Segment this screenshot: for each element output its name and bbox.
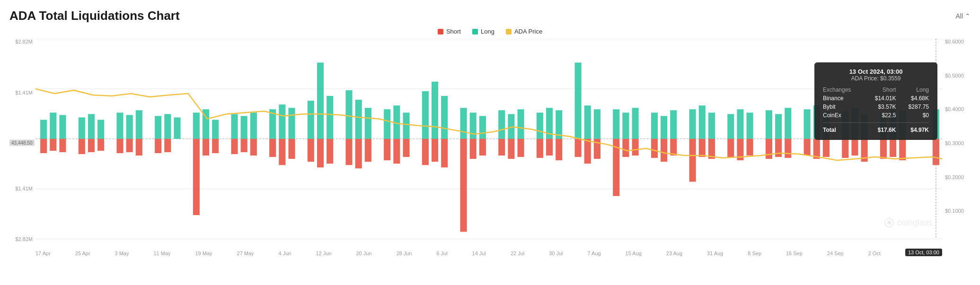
- svg-rect-76: [40, 139, 47, 153]
- chart-area: $2.82M $1.41M $1.41M $2.82M $0.6000 $0.5…: [9, 39, 971, 256]
- svg-rect-92: [250, 139, 257, 155]
- svg-rect-89: [212, 139, 219, 153]
- tooltip-total-long: $4.97K: [898, 126, 931, 134]
- svg-rect-32: [365, 108, 371, 139]
- svg-rect-118: [584, 139, 591, 164]
- x-label-8sep: 8 Sep: [748, 250, 761, 256]
- x-label-4jun: 4 Jun: [279, 250, 291, 256]
- x-label-11may: 11 May: [153, 250, 170, 256]
- x-label-30jul: 30 Jul: [549, 250, 563, 256]
- x-label-25apr: 25 Apr: [75, 250, 90, 256]
- all-button[interactable]: All ⌃: [955, 12, 971, 20]
- svg-rect-48: [575, 62, 582, 138]
- svg-rect-11: [97, 120, 104, 138]
- tooltip-bybit-short: $3.57K: [864, 103, 898, 111]
- x-label-16sep: 16 Sep: [786, 250, 803, 256]
- svg-rect-107: [422, 139, 429, 165]
- svg-rect-26: [288, 108, 295, 139]
- svg-rect-102: [384, 139, 390, 160]
- zero-line-label: 43,448.50: [9, 140, 35, 146]
- svg-rect-129: [727, 139, 734, 157]
- svg-rect-109: [441, 139, 448, 168]
- svg-rect-50: [594, 109, 600, 139]
- tooltip-exchange-bybit: Bybit: [821, 103, 864, 111]
- chart-container: ADA Total Liquidations Chart All ⌃ Short…: [0, 0, 980, 285]
- svg-rect-55: [661, 116, 667, 138]
- svg-rect-33: [384, 109, 390, 139]
- svg-rect-132: [766, 139, 772, 159]
- chevron-up-icon: ⌃: [965, 12, 971, 20]
- svg-rect-114: [537, 139, 543, 158]
- svg-rect-8: [59, 115, 66, 138]
- svg-rect-87: [193, 139, 200, 215]
- svg-rect-138: [842, 139, 848, 158]
- svg-rect-79: [79, 139, 85, 154]
- svg-rect-106: [479, 139, 486, 155]
- svg-rect-31: [355, 100, 362, 139]
- tooltip-total-label: Total: [821, 126, 864, 134]
- svg-rect-62: [747, 112, 753, 138]
- svg-rect-110: [403, 139, 409, 157]
- svg-rect-93: [269, 139, 276, 157]
- svg-rect-66: [804, 109, 811, 139]
- tooltip-binance-short: $14.01K: [864, 94, 898, 103]
- svg-rect-125: [689, 139, 696, 182]
- svg-rect-14: [136, 110, 142, 139]
- y-left-label-5: $2.82M: [15, 236, 33, 242]
- chart-svg: [35, 39, 942, 239]
- x-label-19may: 19 May: [195, 250, 212, 256]
- x-label-14jul: 14 Jul: [472, 250, 486, 256]
- tooltip-date: 13 Oct 2024, 03:00: [821, 68, 931, 75]
- svg-rect-64: [775, 114, 782, 138]
- x-label-13oct: 13 Oct, 03:00: [905, 249, 942, 256]
- x-label-7aug: 7 Aug: [588, 250, 601, 256]
- svg-rect-22: [241, 116, 247, 138]
- svg-rect-81: [97, 139, 104, 151]
- svg-rect-98: [327, 139, 333, 164]
- svg-rect-15: [155, 116, 161, 138]
- tooltip-table: Exchanges Short Long Binance $14.01K $4.…: [821, 86, 931, 134]
- svg-rect-6: [40, 120, 47, 138]
- svg-rect-35: [403, 112, 409, 138]
- svg-rect-49: [584, 105, 591, 139]
- svg-rect-28: [317, 62, 324, 138]
- y-right-label-2: $0.5000: [945, 73, 964, 78]
- chart-tooltip: 13 Oct 2024, 03:00 ADA Price: $0.3559 Ex…: [814, 62, 937, 140]
- long-color-dot: [472, 29, 478, 35]
- svg-rect-122: [632, 139, 639, 155]
- svg-rect-41: [479, 116, 486, 138]
- svg-rect-137: [823, 139, 830, 157]
- svg-rect-116: [556, 139, 562, 160]
- svg-rect-57: [689, 109, 696, 139]
- svg-rect-53: [632, 108, 639, 139]
- svg-rect-45: [537, 112, 543, 138]
- svg-rect-38: [441, 96, 448, 139]
- x-label-6jul: 6 Jul: [436, 250, 447, 256]
- svg-rect-95: [288, 139, 295, 159]
- y-left-label-4: $1.41M: [15, 186, 33, 191]
- short-color-dot: [438, 29, 443, 35]
- ada-price-color-dot: [506, 29, 512, 35]
- tooltip-price: ADA Price: $0.3559: [821, 75, 931, 82]
- svg-rect-103: [393, 139, 400, 164]
- svg-rect-99: [345, 139, 352, 165]
- tooltip-coinex-short: $22.5: [864, 111, 898, 120]
- svg-rect-135: [804, 139, 811, 155]
- tooltip-exchange-coinex: CoinEx: [821, 111, 864, 120]
- tooltip-bybit-long: $287.75: [898, 103, 931, 111]
- svg-rect-18: [193, 112, 200, 138]
- svg-rect-23: [250, 112, 257, 138]
- chart-legend: Short Long ADA Price: [9, 28, 971, 35]
- svg-rect-83: [126, 139, 133, 152]
- y-right-label-1: $0.6000: [945, 39, 964, 44]
- tooltip-total-short: $17.6K: [864, 126, 898, 134]
- svg-rect-12: [116, 112, 123, 138]
- x-label-22jul: 22 Jul: [511, 250, 524, 256]
- svg-rect-104: [460, 139, 467, 232]
- svg-rect-91: [241, 139, 247, 152]
- svg-rect-82: [116, 139, 123, 153]
- legend-short: Short: [438, 28, 461, 35]
- svg-rect-80: [88, 139, 95, 152]
- svg-rect-143: [899, 139, 906, 160]
- svg-rect-7: [50, 112, 56, 138]
